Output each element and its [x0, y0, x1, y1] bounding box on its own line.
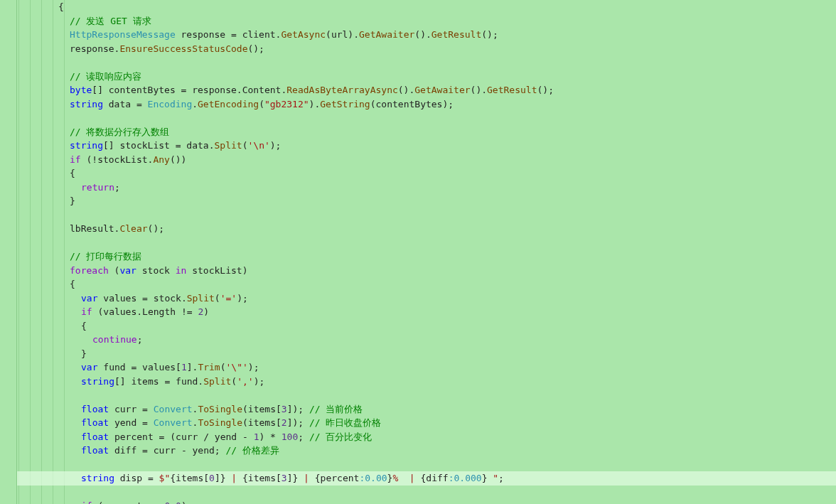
code-token: Convert — [154, 417, 193, 428]
code-line[interactable]: { — [17, 319, 836, 333]
code-token: float — [81, 404, 109, 414]
code-token: ). — [309, 99, 321, 109]
code-line[interactable] — [17, 55, 836, 70]
code-token: values = stock. — [97, 293, 186, 304]
code-token: string — [70, 140, 103, 151]
code-token: var — [119, 265, 136, 276]
code-token: GetResult — [432, 29, 481, 40]
code-line[interactable]: } — [17, 347, 836, 361]
code-line[interactable]: continue; — [17, 333, 836, 347]
code-token: (!stockList. — [81, 154, 154, 165]
code-token: . — [192, 99, 198, 109]
code-token: ; — [498, 473, 504, 483]
code-token: curr = — [109, 404, 154, 414]
code-token: ; — [298, 431, 309, 442]
code-line[interactable]: // 发送 GET 请求 — [17, 14, 836, 28]
code-token: } — [70, 195, 75, 206]
code-token: if — [81, 500, 92, 504]
code-token: " — [487, 473, 498, 483]
code-token: ; — [137, 334, 143, 345]
code-token: // 打印每行数据 — [70, 251, 141, 262]
code-token: Any — [153, 154, 169, 165]
code-line[interactable]: var fund = values[1].Trim('\"'); — [17, 360, 836, 375]
code-token: ); — [248, 362, 259, 372]
code-line[interactable]: if (percent == 0.0) — [17, 499, 836, 504]
code-line[interactable] — [17, 388, 836, 402]
code-line[interactable]: HttpResponseMessage response = client.Ge… — [17, 28, 836, 42]
code-line[interactable] — [17, 111, 836, 125]
code-line[interactable]: float curr = Convert.ToSingle(items[3]);… — [17, 402, 836, 417]
code-token: float — [81, 417, 109, 428]
code-token: [] contentBytes = response.Content. — [92, 85, 286, 95]
code-token: (); — [481, 29, 498, 40]
code-token: ()) — [170, 154, 186, 165]
code-token: ) * — [259, 431, 281, 442]
code-token: percent = (curr / yend - — [109, 431, 254, 442]
code-token: 2 — [282, 417, 287, 428]
code-line[interactable]: response.EnsureSuccessStatusCode(); — [17, 42, 836, 56]
code-token: string — [81, 473, 114, 483]
code-token: ( — [231, 376, 237, 387]
code-token: var — [81, 362, 97, 372]
code-line[interactable]: float diff = curr - yend; // 价格差异 — [17, 444, 836, 458]
code-line[interactable]: // 打印每行数据 — [17, 250, 836, 264]
code-line[interactable]: string data = Encoding.GetEncoding("gb23… — [17, 97, 836, 112]
code-token: ToSingle — [198, 404, 242, 414]
code-token: items[ — [176, 473, 209, 483]
code-token: '=' — [220, 293, 237, 304]
code-token: (url). — [326, 29, 359, 40]
editor-gutter — [0, 0, 17, 504]
code-line[interactable] — [17, 236, 836, 250]
code-token: 0.0 — [164, 500, 181, 504]
code-line[interactable]: { — [17, 0, 836, 14]
code-token: 3 — [282, 473, 287, 483]
code-token: float — [81, 445, 109, 456]
code-line[interactable]: string[] items = fund.Split(','); — [17, 375, 836, 389]
code-line[interactable] — [17, 458, 836, 472]
code-token: 100 — [282, 431, 298, 442]
code-line[interactable] — [17, 208, 836, 222]
code-token: ( — [259, 99, 264, 109]
code-token: (). — [471, 85, 487, 95]
code-line[interactable]: // 将数据分行存入数组 — [17, 125, 836, 139]
code-line[interactable]: float yend = Convert.ToSingle(items[2]);… — [17, 416, 836, 430]
code-token: fund = values[ — [97, 362, 181, 372]
code-line[interactable] — [17, 486, 836, 500]
code-token: if — [70, 154, 81, 165]
code-token: (values.Length != — [92, 306, 198, 317]
code-line[interactable]: var values = stock.Split('='); — [17, 291, 836, 306]
code-token: { — [81, 321, 87, 331]
code-token: (percent == — [92, 500, 165, 504]
code-line[interactable]: foreach (var stock in stockList) — [17, 264, 836, 278]
code-line[interactable]: byte[] contentBytes = response.Content.R… — [17, 83, 836, 97]
code-token: "gb2312" — [264, 99, 309, 109]
code-token: string — [81, 376, 114, 387]
code-line[interactable]: return; — [17, 181, 836, 195]
code-token: 0 — [209, 473, 215, 483]
code-token: (). — [414, 29, 431, 40]
code-token: ] — [215, 473, 220, 483]
code-line[interactable]: { — [17, 277, 836, 291]
code-line[interactable]: { — [17, 166, 836, 181]
code-token: [] items = fund. — [114, 376, 203, 387]
code-token: diff = curr - yend; — [109, 445, 225, 456]
code-token: ',' — [237, 376, 253, 387]
code-token: ); — [254, 376, 265, 387]
code-line[interactable]: if (!stockList.Any()) — [17, 153, 836, 167]
code-line[interactable]: string disp = $"{items[0]} | {items[3]} … — [17, 471, 836, 486]
code-token: if — [81, 306, 92, 317]
code-token: Convert — [154, 404, 193, 414]
code-line[interactable]: } — [17, 194, 836, 208]
code-token: { — [242, 473, 248, 483]
code-line[interactable]: // 读取响应内容 — [17, 70, 836, 84]
code-line[interactable]: float percent = (curr / yend - 1) * 100;… — [17, 430, 836, 444]
code-line[interactable]: if (values.Length != 2) — [17, 305, 836, 319]
code-line[interactable]: lbResult.Clear(); — [17, 222, 836, 236]
code-token: 1 — [181, 362, 187, 372]
code-token: (items[ — [242, 404, 282, 414]
code-line[interactable]: string[] stockList = data.Split('\n'); — [17, 139, 836, 153]
code-token: lbResult. — [70, 223, 119, 234]
code-token: :0.00 — [359, 473, 387, 483]
code-token: '\n' — [247, 140, 269, 151]
code-editor[interactable]: {// 发送 GET 请求HttpResponseMessage respons… — [17, 0, 836, 504]
